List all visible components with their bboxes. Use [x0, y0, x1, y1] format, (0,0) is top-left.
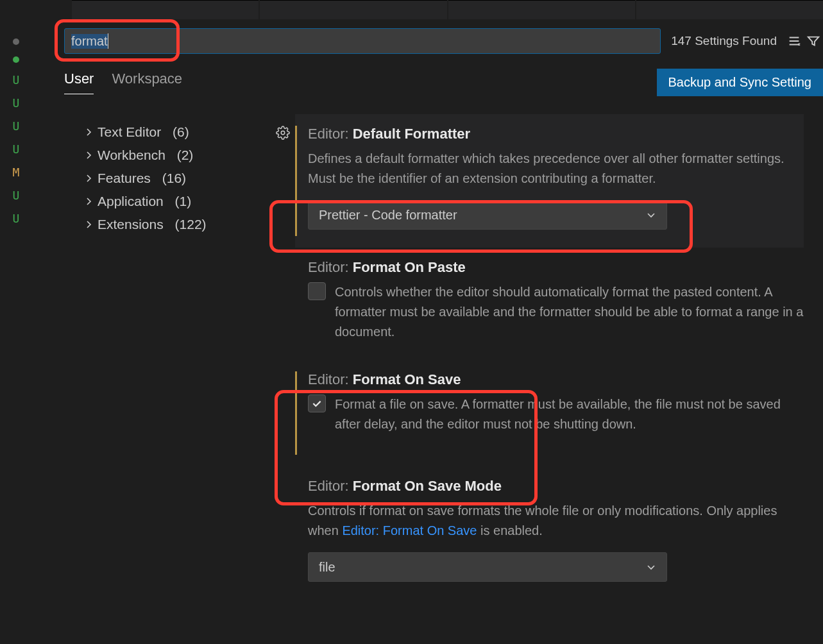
- toc-label: Workbench: [98, 148, 165, 163]
- filter-icon[interactable]: [806, 34, 820, 48]
- search-text: format: [71, 34, 108, 49]
- settings-search-input[interactable]: format: [64, 28, 661, 54]
- text-cursor: [108, 33, 108, 49]
- toc-count: (16): [162, 171, 186, 186]
- toc-item-application[interactable]: Application (1): [83, 190, 263, 213]
- setting-description: Controls whether the editor should autom…: [335, 282, 804, 342]
- editor-tab[interactable]: [260, 0, 446, 19]
- settings-list: Editor: Default Formatter Defines a defa…: [263, 101, 823, 644]
- toc-count: (6): [173, 124, 189, 140]
- select-value: file: [319, 560, 335, 575]
- dot-indicator: [13, 56, 19, 63]
- editor-tab[interactable]: [636, 0, 823, 19]
- backup-sync-button[interactable]: Backup and Sync Setting: [657, 69, 823, 96]
- format-on-save-checkbox[interactable]: [308, 394, 326, 412]
- chevron-right-icon: [83, 219, 94, 230]
- gear-icon[interactable]: [276, 126, 290, 140]
- chevron-right-icon: [83, 127, 94, 137]
- toc-label: Features: [98, 171, 151, 186]
- setting-title: Editor: Format On Paste: [308, 259, 804, 276]
- clear-search-icon[interactable]: [787, 34, 801, 48]
- scm-status-letter: M: [13, 167, 20, 178]
- toc-item-workbench[interactable]: Workbench (2): [83, 144, 263, 167]
- editor-gutter: U U U U M U U: [0, 0, 32, 644]
- chevron-right-icon: [83, 196, 94, 207]
- toc-label: Application: [98, 194, 164, 209]
- format-on-save-mode-select[interactable]: file: [308, 552, 667, 582]
- editor-tab-strip: [32, 0, 823, 19]
- scm-status-letter: U: [13, 121, 20, 132]
- toc-item-extensions[interactable]: Extensions (122): [83, 213, 263, 236]
- chevron-down-icon: [646, 210, 656, 220]
- setting-description: Defines a default formatter which takes …: [308, 149, 804, 189]
- setting-link[interactable]: Editor: Format On Save: [342, 523, 477, 538]
- check-icon: [311, 398, 323, 409]
- settings-toc: Text Editor (6) Workbench (2) Features (…: [32, 101, 263, 644]
- toc-count: (2): [177, 148, 194, 163]
- setting-format-on-paste[interactable]: Editor: Format On Paste Controls whether…: [295, 248, 804, 360]
- dot-indicator: [13, 38, 19, 45]
- setting-description: Controls if format on save formats the w…: [308, 501, 804, 541]
- settings-count-label: 147 Settings Found: [665, 34, 783, 48]
- chevron-right-icon: [83, 173, 94, 183]
- toc-label: Extensions: [98, 217, 164, 232]
- toc-label: Text Editor: [98, 124, 161, 140]
- setting-title: Editor: Format On Save: [308, 371, 804, 388]
- toc-item-text-editor[interactable]: Text Editor (6): [83, 121, 263, 144]
- svg-point-0: [281, 131, 285, 135]
- setting-format-on-save[interactable]: Editor: Format On Save Format a file on …: [295, 360, 804, 466]
- toc-item-features[interactable]: Features (16): [83, 167, 263, 190]
- scm-status-letter: U: [13, 74, 20, 86]
- setting-title: Editor: Format On Save Mode: [308, 478, 804, 495]
- scm-status-letter: U: [13, 190, 20, 201]
- select-value: Prettier - Code formatter: [319, 208, 457, 223]
- setting-description: Format a file on save. A formatter must …: [335, 394, 804, 434]
- chevron-right-icon: [83, 150, 94, 160]
- scm-status-letter: U: [13, 213, 20, 225]
- format-on-paste-checkbox[interactable]: [308, 282, 326, 300]
- editor-tab[interactable]: [72, 0, 259, 19]
- scm-status-letter: U: [13, 97, 20, 109]
- tab-workspace[interactable]: Workspace: [112, 71, 182, 94]
- default-formatter-select[interactable]: Prettier - Code formatter: [308, 200, 667, 230]
- toc-count: (122): [175, 217, 207, 232]
- setting-default-formatter[interactable]: Editor: Default Formatter Defines a defa…: [295, 114, 804, 248]
- editor-tab[interactable]: [448, 0, 635, 19]
- setting-title: Editor: Default Formatter: [308, 126, 804, 142]
- chevron-down-icon: [646, 562, 656, 572]
- setting-format-on-save-mode[interactable]: Editor: Format On Save Mode Controls if …: [295, 466, 804, 600]
- toc-count: (1): [175, 194, 192, 209]
- tab-user[interactable]: User: [64, 71, 94, 94]
- scm-status-letter: U: [13, 144, 20, 155]
